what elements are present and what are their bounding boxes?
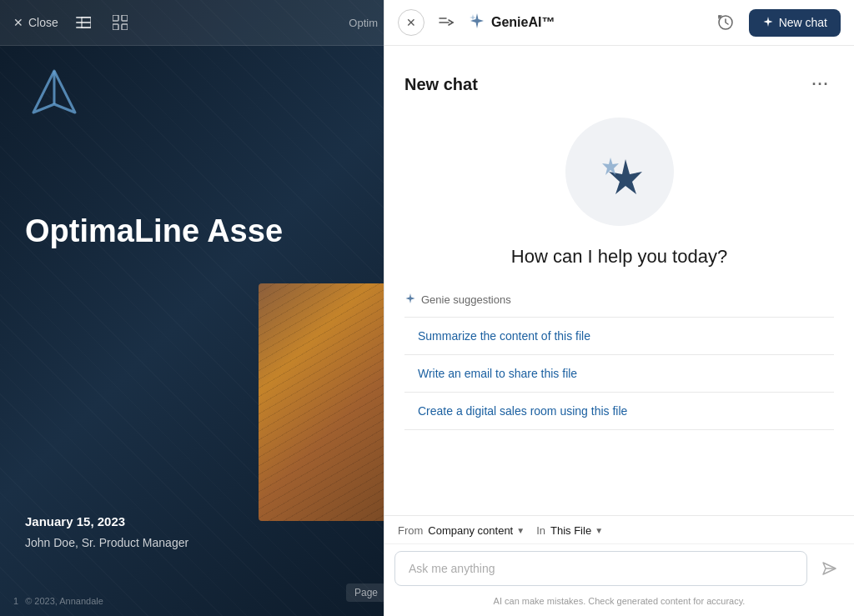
page-nav-label: Page [354, 587, 378, 598]
chat-footer: From Company content ▼ In This File ▼ AI… [384, 515, 854, 616]
suggestions-section: Genie suggestions Summarize the content … [404, 293, 834, 430]
presentation-date: January 15, 2023 [25, 514, 125, 528]
company-content-value: Company content [428, 524, 513, 537]
suggestion-item-3[interactable]: Create a digital sales room using this f… [404, 392, 834, 430]
suggestions-star-icon [404, 293, 416, 307]
chat-more-button[interactable]: ··· [807, 71, 834, 98]
brand-logo [25, 67, 83, 125]
help-heading: How can I help you today? [511, 246, 727, 268]
genie-brand-name: GenieAI™ [491, 15, 555, 30]
svg-line-11 [449, 23, 453, 25]
svg-rect-5 [122, 15, 128, 21]
suggestions-title: Genie suggestions [421, 293, 511, 306]
new-chat-button[interactable]: New chat [749, 9, 841, 37]
grid-view-icon[interactable] [108, 11, 132, 34]
sidebar-toggle-icon[interactable] [72, 11, 95, 34]
disclaimer-text: AI can make mistakes. Check generated co… [384, 593, 854, 616]
presentation-image [259, 283, 386, 521]
chat-input[interactable] [394, 551, 807, 586]
genie-star-icon [468, 12, 486, 34]
file-selector[interactable]: This File ▼ [550, 524, 603, 537]
new-chat-label: New chat [779, 16, 827, 29]
from-label: From [398, 524, 423, 537]
presentation-title: OptimaLine Asse [25, 213, 386, 251]
chat-close-button[interactable]: ✕ [398, 9, 424, 36]
file-value: This File [550, 524, 591, 537]
close-icon: ✕ [13, 16, 23, 29]
chat-body: New chat ··· How can I help you today? [384, 46, 854, 515]
suggestion-item-2[interactable]: Write an email to share this file [404, 354, 834, 392]
presentation-footer: 1 © 2023, Annandale Page [0, 596, 386, 606]
new-chat-star-icon [762, 16, 774, 30]
company-content-selector[interactable]: Company content ▼ [428, 524, 525, 537]
page-number: 1 [13, 596, 18, 606]
chat-title-row: New chat ··· [404, 71, 834, 98]
chat-header: ✕ GenieAI™ [384, 0, 854, 46]
svg-rect-7 [122, 24, 128, 30]
chat-history-button[interactable] [712, 9, 739, 36]
chat-panel-title: New chat [404, 75, 478, 94]
in-label: In [536, 524, 545, 537]
company-content-dropdown-icon: ▼ [516, 526, 525, 535]
presentation-panel: ✕ Close Optim OptimaLi [0, 0, 386, 616]
source-selector-row: From Company content ▼ In This File ▼ [384, 516, 854, 543]
page-nav[interactable]: Page [346, 583, 386, 602]
svg-rect-4 [113, 15, 118, 21]
chat-collapse-button[interactable] [435, 11, 458, 34]
genie-brand: GenieAI™ [468, 12, 702, 34]
svg-rect-6 [113, 24, 118, 30]
send-button[interactable] [814, 553, 844, 583]
close-label: Close [28, 16, 58, 29]
chat-close-icon: ✕ [406, 16, 416, 29]
close-button[interactable]: ✕ Close [13, 16, 58, 29]
chat-panel: ✕ GenieAI™ [384, 0, 854, 616]
suggestions-label: Genie suggestions [404, 293, 834, 307]
presentation-filename: Optim [349, 17, 378, 29]
presentation-toolbar: ✕ Close Optim [0, 0, 386, 46]
presentation-author: John Doe, Sr. Product Manager [25, 536, 188, 549]
genie-avatar [565, 118, 674, 226]
file-dropdown-icon: ▼ [595, 526, 603, 535]
svg-rect-1 [76, 22, 91, 23]
suggestion-item-1[interactable]: Summarize the content of this file [404, 317, 834, 354]
svg-line-10 [449, 20, 453, 23]
chat-input-row [384, 543, 854, 593]
copyright-text: © 2023, Annandale [25, 596, 103, 606]
